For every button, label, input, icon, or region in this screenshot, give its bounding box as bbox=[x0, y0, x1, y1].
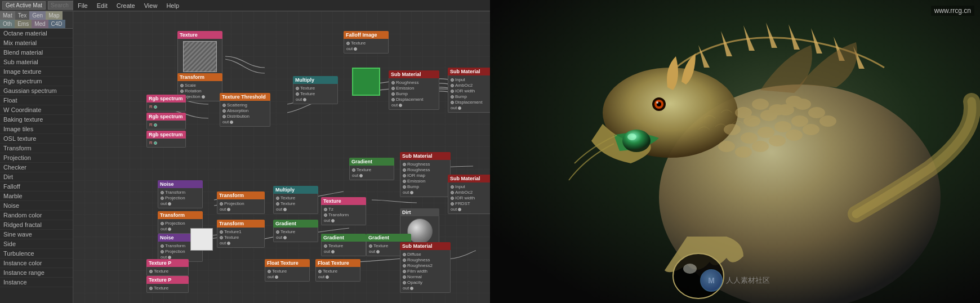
node-multiply-lower[interactable]: Multiply Texture Texture out bbox=[273, 186, 318, 214]
node-rgb-spectrum-2[interactable]: Rgb spectrum R bbox=[146, 113, 186, 130]
sidebar-item-float[interactable]: Float bbox=[0, 96, 73, 105]
menu-file[interactable]: File bbox=[75, 2, 90, 9]
menu-help[interactable]: Help bbox=[164, 2, 181, 9]
port-subb-in1 bbox=[403, 253, 406, 256]
sidebar-item-falloff[interactable]: Falloff bbox=[0, 182, 73, 191]
sidebar-item-dirt[interactable]: Dirt bbox=[0, 172, 73, 182]
sidebar-item-projection[interactable]: Projection bbox=[0, 153, 73, 163]
svg-point-20 bbox=[735, 146, 752, 158]
sidebar-item-image-texture[interactable]: Image texture bbox=[0, 67, 73, 77]
node-submaterial-mid-body: Roughness Roughness IOR map Emission Bum… bbox=[400, 160, 451, 197]
sidebar-item-gaussian-spectrum[interactable]: Gaussian spectrum bbox=[0, 86, 73, 96]
sidebar-item-instance-color[interactable]: Instance color bbox=[0, 259, 73, 268]
menu-view[interactable]: View bbox=[142, 2, 160, 9]
tab-oth[interactable]: Oth bbox=[0, 20, 15, 28]
port-subm-in5 bbox=[403, 185, 406, 189]
green-preview-square bbox=[352, 68, 380, 96]
node-submaterial-bot-header: Sub Material bbox=[400, 242, 451, 250]
node-submaterial-bottom[interactable]: Sub Material Diffuse Roughness Roughness… bbox=[400, 242, 451, 293]
node-falloff-image[interactable]: Falloff Image Texture out bbox=[344, 31, 389, 54]
sidebar-item-sine-wave[interactable]: Sine wave bbox=[0, 230, 73, 239]
node-texture-threshold[interactable]: Texture Threshold Scattering Absorption … bbox=[220, 93, 270, 127]
port-subrt-in2 bbox=[451, 84, 454, 87]
sidebar-item-transform[interactable]: Transform bbox=[0, 144, 73, 153]
port-rgb-out bbox=[154, 105, 157, 109]
node-multiply[interactable]: Multiply Texture Texture out bbox=[293, 76, 338, 104]
node-gradient-bottom-left[interactable]: Gradient Texture out bbox=[321, 234, 366, 256]
node-submaterial-right-top[interactable]: Sub Material Input AmbOc2 IOR width Bump… bbox=[448, 68, 490, 113]
sidebar-item-blend-material[interactable]: Blend material bbox=[0, 48, 73, 57]
sidebar-item-noise[interactable]: Noise bbox=[0, 201, 73, 211]
node-editor-topbar: File Edit Create View Help bbox=[73, 0, 490, 11]
node-transform-proj[interactable]: Transform Projection out bbox=[217, 191, 265, 214]
tab-gen[interactable]: Gen bbox=[29, 11, 46, 20]
port-noise2-in2 bbox=[161, 250, 164, 253]
node-submaterial-bot-body: Diffuse Roughness Roughness2 Film width … bbox=[400, 250, 451, 293]
port-subrt-in3 bbox=[451, 90, 454, 93]
tab-c4d[interactable]: C4D bbox=[48, 20, 65, 28]
tab-med[interactable]: Med bbox=[32, 20, 48, 28]
sidebar-item-ridged-fractal[interactable]: Ridged fractal bbox=[0, 220, 73, 230]
tab-mat[interactable]: Mat bbox=[0, 11, 15, 20]
node-submaterial-rm-header: Sub Material bbox=[448, 175, 490, 182]
port-subrm-in4 bbox=[451, 202, 454, 206]
sidebar-item-osl-texture[interactable]: OSL texture bbox=[0, 134, 73, 144]
svg-point-23 bbox=[786, 130, 803, 141]
tab-ems[interactable]: Ems bbox=[15, 20, 32, 28]
sidebar-item-instance[interactable]: Instance bbox=[0, 278, 73, 287]
node-gradient-lower[interactable]: Gradient Texture out bbox=[273, 220, 318, 242]
node-texture-p2[interactable]: Texture P Texture bbox=[146, 276, 189, 293]
node-submaterial-right-mid[interactable]: Sub Material Input AmbOc2 IOR width FRDS… bbox=[448, 175, 490, 214]
node-texture-top[interactable]: Texture bbox=[177, 31, 222, 75]
node-rgb-spectrum-header-3: Rgb spectrum bbox=[146, 131, 186, 139]
port-subb-in5 bbox=[403, 275, 406, 279]
sidebar-item-baking-texture[interactable]: Baking texture bbox=[0, 115, 73, 124]
node-texture-p1[interactable]: Texture P Texture bbox=[146, 259, 189, 276]
menu-edit[interactable]: Edit bbox=[95, 2, 110, 9]
node-noise-1[interactable]: Noise Transform Projection out bbox=[158, 180, 203, 208]
node-rgb-spectrum-3[interactable]: Rgb spectrum R bbox=[146, 131, 186, 148]
tab-tex[interactable]: Tex bbox=[15, 11, 30, 20]
sidebar-item-side[interactable]: Side bbox=[0, 239, 73, 249]
port-grad-in bbox=[352, 168, 355, 172]
sidebar-item-octane-material[interactable]: Octane material bbox=[0, 29, 73, 38]
node-texture-lower-mid[interactable]: Texture Tz Transform out bbox=[321, 197, 366, 225]
port-tlm-out bbox=[331, 219, 335, 222]
port-subb-in6 bbox=[403, 281, 406, 284]
tab-map[interactable]: Map bbox=[46, 11, 62, 20]
node-float-bottom-header: Float Texture bbox=[265, 259, 310, 267]
node-rgb-spectrum-1[interactable]: Rgb spectrum R bbox=[146, 95, 186, 112]
node-transform-4[interactable]: Transform Texture1 Texture out bbox=[217, 220, 265, 248]
sidebar-item-sub-material[interactable]: Sub material bbox=[0, 57, 73, 67]
node-float-texture-bottom[interactable]: Float Texture Texture out bbox=[265, 259, 310, 282]
port-in bbox=[180, 84, 184, 87]
node-float-texture-br[interactable]: Float Texture Texture out bbox=[315, 259, 360, 282]
port-thresh-out bbox=[230, 121, 233, 124]
svg-point-22 bbox=[769, 135, 786, 146]
node-editor[interactable]: File Edit Create View Help bbox=[73, 0, 490, 303]
sidebar-item-instance-range[interactable]: Instance range bbox=[0, 268, 73, 278]
node-texture-p2-body: Texture bbox=[146, 284, 189, 293]
node-submaterial-mid[interactable]: Sub Material Roughness Roughness IOR map… bbox=[400, 152, 451, 197]
node-submaterial-top[interactable]: Sub Material Roughness Emission Bump Dis… bbox=[389, 70, 439, 110]
sidebar-item-w-coordinate[interactable]: W Coordinate bbox=[0, 105, 73, 115]
node-gradient-upper[interactable]: Gradient Texture out bbox=[349, 158, 394, 180]
node-texture-body bbox=[177, 39, 222, 75]
sidebar-item-image-tiles[interactable]: Image tiles bbox=[0, 124, 73, 134]
sidebar-item-rgb-spectrum[interactable]: Rgb spectrum bbox=[0, 77, 73, 86]
port-gradl-out bbox=[283, 236, 287, 239]
get-active-button[interactable]: Get Active Mat bbox=[2, 1, 46, 10]
node-texture-p1-body: Texture bbox=[146, 267, 189, 276]
sidebar-item-mix-material[interactable]: Mix material bbox=[0, 38, 73, 48]
port-mul-in1 bbox=[296, 87, 299, 90]
port-sub-out bbox=[399, 104, 402, 107]
sidebar-item-random-color[interactable]: Random color bbox=[0, 211, 73, 220]
menu-create[interactable]: Create bbox=[114, 2, 137, 9]
watermark-text: 人人素材社区 bbox=[726, 275, 770, 286]
port-gradbr-in bbox=[369, 244, 372, 248]
sidebar-item-turbulence[interactable]: Turbulence bbox=[0, 249, 73, 259]
node-transform-4-body: Texture1 Texture out bbox=[217, 228, 265, 248]
sidebar-item-checker[interactable]: Checker bbox=[0, 163, 73, 172]
node-float-br-header: Float Texture bbox=[315, 259, 360, 267]
sidebar-item-marble[interactable]: Marble bbox=[0, 191, 73, 201]
